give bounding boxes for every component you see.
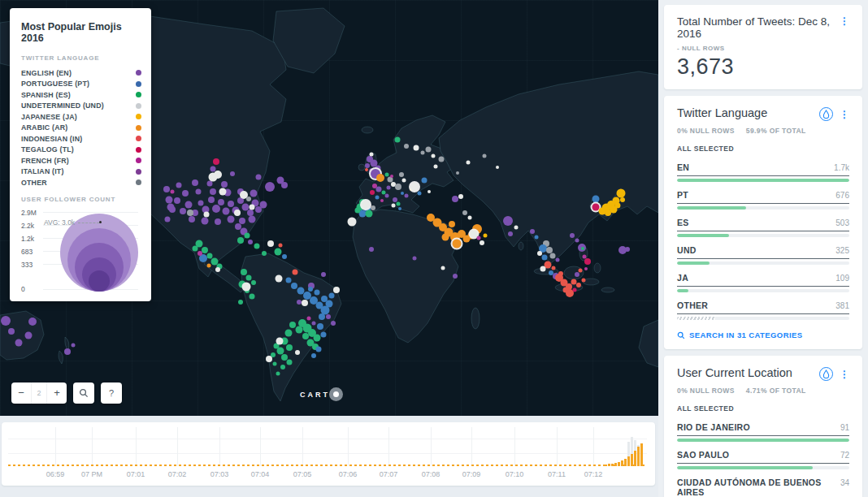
map-data-point[interactable] <box>582 279 586 283</box>
category-row[interactable]: RIO DE JANEIRO91 <box>677 422 849 442</box>
category-row[interactable]: CIUDAD AUTÓNOMA DE BUENOS AIRES34 <box>677 478 849 497</box>
map-data-point[interactable] <box>302 300 308 306</box>
map-data-point[interactable] <box>427 190 431 193</box>
map-data-point[interactable] <box>422 178 427 184</box>
map-data-point[interactable] <box>625 247 630 252</box>
map-data-point[interactable] <box>452 240 461 248</box>
map-data-point[interactable] <box>193 246 198 252</box>
category-row[interactable]: PT676 <box>677 190 849 210</box>
map-data-point[interactable] <box>228 216 235 223</box>
map-data-point[interactable] <box>467 161 471 165</box>
map-data-point[interactable] <box>202 247 208 253</box>
category-row[interactable]: EN1.7k <box>677 162 849 182</box>
map-data-point[interactable] <box>375 196 380 200</box>
map-data-point[interactable] <box>579 269 583 273</box>
map-data-point[interactable] <box>402 179 406 183</box>
map-data-point[interactable] <box>442 234 449 241</box>
map-data-point[interactable] <box>8 328 15 335</box>
map-data-point[interactable] <box>219 188 227 196</box>
map-data-point[interactable] <box>326 314 331 319</box>
widget-menu-icon[interactable]: ⋮ <box>840 370 849 379</box>
map-data-point[interactable] <box>275 248 282 256</box>
map-data-point[interactable] <box>241 269 247 275</box>
autostyle-button[interactable] <box>819 367 833 381</box>
map-data-point[interactable] <box>237 237 244 244</box>
map-data-point[interactable] <box>282 254 287 259</box>
map-data-point[interactable] <box>180 208 186 214</box>
map-data-point[interactable] <box>316 347 322 352</box>
search-location-button[interactable] <box>73 382 94 404</box>
map-data-point[interactable] <box>385 194 389 198</box>
map-data-point[interactable] <box>250 294 255 300</box>
widget-menu-icon[interactable]: ⋮ <box>840 16 849 26</box>
map-data-point[interactable] <box>296 326 303 334</box>
map-data-point[interactable] <box>234 210 241 216</box>
map-data-point[interactable] <box>480 240 484 245</box>
histogram-bar[interactable] <box>637 447 640 466</box>
map-data-point[interactable] <box>208 197 215 203</box>
map-data-point[interactable] <box>395 184 401 190</box>
map-data-point[interactable] <box>210 188 216 195</box>
map-data-point[interactable] <box>291 283 297 289</box>
map-data-point[interactable] <box>452 196 458 202</box>
map-data-point[interactable] <box>370 190 375 195</box>
map-data-point[interactable] <box>279 244 283 248</box>
map-data-point[interactable] <box>410 183 419 191</box>
map-data-point[interactable] <box>576 283 581 287</box>
map-data-point[interactable] <box>321 332 327 338</box>
map-data-point[interactable] <box>376 187 382 192</box>
map-data-point[interactable] <box>1 316 11 326</box>
map-data-point[interactable] <box>514 226 519 230</box>
category-row[interactable]: SAO PAULO72 <box>677 450 849 469</box>
map-data-point[interactable] <box>385 173 389 177</box>
map-data-point[interactable] <box>483 154 487 158</box>
histogram-bar[interactable] <box>640 443 643 466</box>
map-data-point[interactable] <box>163 186 170 192</box>
map-data-point[interactable] <box>302 333 309 339</box>
map-data-point[interactable] <box>540 266 546 272</box>
map-data-point[interactable] <box>395 137 401 143</box>
map-data-point[interactable] <box>314 335 321 342</box>
map-data-point[interactable] <box>185 201 193 209</box>
map-data-point[interactable] <box>433 165 437 169</box>
help-button[interactable]: ? <box>101 382 122 404</box>
map-data-point[interactable] <box>166 197 173 204</box>
map-data-point[interactable] <box>214 171 222 179</box>
map-data-point[interactable] <box>449 221 455 227</box>
map-data-point[interactable] <box>176 183 182 188</box>
map-data-point[interactable] <box>276 338 284 345</box>
map-data-point[interactable] <box>311 353 316 358</box>
map-data-point[interactable] <box>260 201 267 209</box>
map-data-point[interactable] <box>558 271 563 276</box>
map-data-point[interactable] <box>28 318 37 326</box>
map-data-point[interactable] <box>390 175 393 178</box>
map-data-point[interactable] <box>453 274 458 279</box>
map-data-point[interactable] <box>196 189 202 195</box>
map-data-point[interactable] <box>169 206 176 213</box>
map-data-point[interactable] <box>308 287 313 292</box>
map-data-point[interactable] <box>273 362 277 366</box>
map-data-point[interactable] <box>317 323 323 330</box>
map-data-point[interactable] <box>581 247 584 250</box>
map-data-point[interactable] <box>230 171 235 176</box>
map-data-point[interactable] <box>289 322 296 328</box>
time-series-widget[interactable]: 06:5907 PM07:0107:0207:0307:0407:0507:06… <box>2 422 655 486</box>
map-data-point[interactable] <box>72 344 76 348</box>
map-data-point[interactable] <box>295 350 300 355</box>
map-data-point[interactable] <box>321 272 326 277</box>
category-row[interactable]: UND325 <box>677 245 849 265</box>
carto-logo[interactable]: CART <box>300 387 343 401</box>
map-data-point[interactable] <box>256 175 262 180</box>
map-data-point[interactable] <box>439 157 445 162</box>
widget-menu-icon[interactable]: ⋮ <box>840 110 849 119</box>
map-data-point[interactable] <box>250 190 258 197</box>
map-data-point[interactable] <box>421 151 425 155</box>
map-data-point[interactable] <box>285 330 293 337</box>
map-data-point[interactable] <box>25 332 33 339</box>
map-data-point[interactable] <box>331 321 336 326</box>
map-data-point[interactable] <box>550 253 556 259</box>
map-data-point[interactable] <box>468 216 472 220</box>
map-data-point[interactable] <box>387 186 391 190</box>
map-data-point[interactable] <box>542 255 548 261</box>
map-data-point[interactable] <box>197 251 202 256</box>
